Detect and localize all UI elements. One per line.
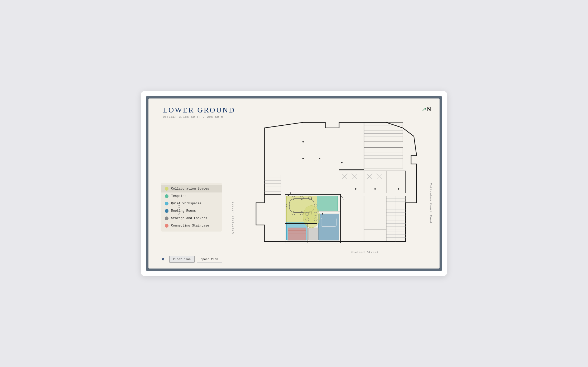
svg-rect-3 xyxy=(364,123,403,142)
legend-dot-staircase xyxy=(165,224,168,228)
legend-label-staircase: Connecting Staircase xyxy=(171,224,209,228)
legend-dot-storage xyxy=(165,217,168,220)
legend-item-teapoint[interactable]: Teapoint xyxy=(161,192,222,200)
building-subtitle: OFFICE: 3,186 SQ FT / 296 SQ M xyxy=(163,115,235,119)
svg-point-81 xyxy=(319,158,320,159)
legend-label-storage: Storage and Lockers xyxy=(171,217,207,220)
svg-rect-49 xyxy=(288,228,306,240)
tab-floor-plan[interactable]: Floor Plan xyxy=(169,256,195,263)
svg-point-82 xyxy=(302,141,304,142)
floor-plan-frame: LOWER GROUND OFFICE: 3,186 SQ FT / 296 S… xyxy=(146,96,442,271)
floorplan-svg xyxy=(233,120,434,253)
svg-rect-24 xyxy=(339,171,364,193)
legend-item-staircase[interactable]: Connecting Staircase xyxy=(161,222,222,229)
inner-content: LOWER GROUND OFFICE: 3,186 SQ FT / 296 S… xyxy=(148,98,440,269)
legend-label-teapoint: Teapoint xyxy=(171,194,186,198)
legend-dot-teapoint xyxy=(165,194,168,198)
legend-dot-collaboration xyxy=(165,187,168,191)
legend-dot-meeting xyxy=(165,209,168,213)
legend-label-collaboration: Collaboration Spaces xyxy=(171,187,209,191)
svg-point-86 xyxy=(355,188,356,190)
svg-point-83 xyxy=(341,162,343,163)
north-indicator: ↗ N xyxy=(422,106,431,113)
svg-rect-17 xyxy=(264,175,281,195)
svg-rect-78 xyxy=(364,218,386,229)
legend-dot-quiet xyxy=(165,202,168,205)
outer-container: LOWER GROUND OFFICE: 3,186 SQ FT / 296 S… xyxy=(141,91,447,276)
svg-point-87 xyxy=(322,213,323,214)
svg-rect-53 xyxy=(309,228,319,240)
svg-point-80 xyxy=(302,158,304,159)
close-x-icon: ✕ xyxy=(161,257,165,262)
legend-item-meeting[interactable]: Meeting Rooms xyxy=(161,207,222,215)
svg-rect-76 xyxy=(364,196,386,207)
legend-label-quiet: Quiet Workspaces xyxy=(171,202,201,205)
legend-item-collaboration[interactable]: Collaboration Spaces xyxy=(161,185,222,192)
bottom-controls: ✕ Floor PlanSpace Plan xyxy=(161,256,222,263)
close-button[interactable]: ✕ xyxy=(161,257,165,262)
building-title: LOWER GROUND xyxy=(163,106,235,114)
north-letter: N xyxy=(427,106,431,113)
side-close-label: Close xyxy=(177,204,180,215)
legend-item-storage[interactable]: Storage and Lockers xyxy=(161,215,222,222)
svg-point-85 xyxy=(374,188,376,190)
svg-rect-79 xyxy=(364,229,386,242)
svg-point-54 xyxy=(303,206,320,228)
svg-point-84 xyxy=(398,188,399,190)
svg-rect-47 xyxy=(318,214,339,240)
svg-rect-45 xyxy=(317,196,338,211)
legend-panel: Collaboration SpacesTeapointQuiet Worksp… xyxy=(161,183,222,232)
svg-rect-77 xyxy=(364,207,386,218)
legend-item-quiet[interactable]: Quiet Workspaces xyxy=(161,200,222,207)
title-area: LOWER GROUND OFFICE: 3,186 SQ FT / 296 S… xyxy=(163,106,235,119)
svg-rect-26 xyxy=(386,171,406,193)
north-arrow-icon: ↗ xyxy=(422,106,426,113)
svg-rect-10 xyxy=(364,147,403,168)
legend-label-meeting: Meeting Rooms xyxy=(171,209,196,213)
tab-space-plan[interactable]: Space Plan xyxy=(197,256,222,263)
